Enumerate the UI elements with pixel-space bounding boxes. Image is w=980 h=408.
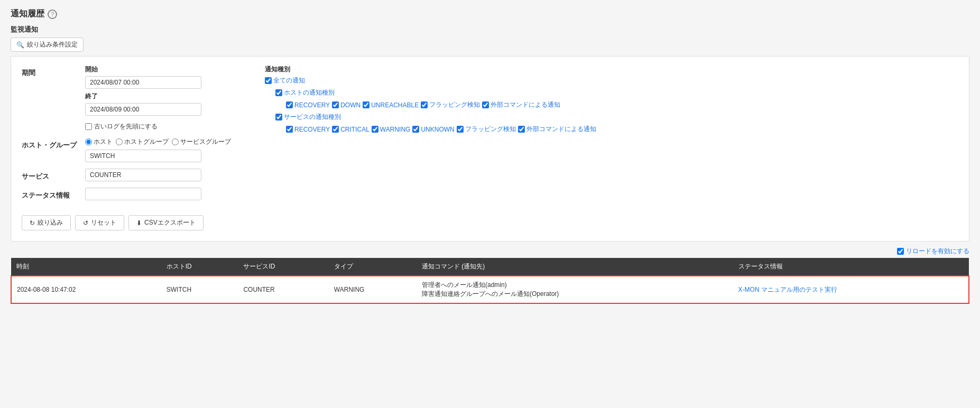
host-input[interactable] (85, 150, 201, 162)
export-icon: ⬇ (136, 219, 142, 227)
cell-status-info: X-MON マニュアル用のテスト実行 (733, 276, 969, 303)
action-row: ↻ 絞り込み ↺ リセット ⬇ CSVエクスポート (22, 215, 958, 230)
host-unreachable-checkbox-label[interactable]: UNREACHABLE (363, 101, 419, 109)
search-icon: 🔍 (16, 41, 24, 49)
host-recovery-checkbox-label[interactable]: RECOVERY (286, 101, 330, 109)
svc-flapping-checkbox[interactable] (457, 126, 464, 133)
all-notif-label: 全ての通知 (273, 76, 305, 85)
reset-btn-label: リセット (91, 218, 116, 227)
start-label: 開始 (85, 65, 244, 74)
notification-table: 時刻 ホストID サービスID タイプ 通知コマンド (通知先) ステータス情報… (11, 258, 969, 304)
reload-label[interactable]: リロードを有効にする (906, 247, 969, 256)
svc-warning-checkbox[interactable] (372, 126, 378, 133)
radio-service-group[interactable] (172, 138, 179, 145)
host-unreachable-checkbox[interactable] (363, 101, 369, 108)
radio-host-group-label[interactable]: ホストグループ (116, 137, 169, 146)
svc-recovery-checkbox[interactable] (286, 126, 293, 133)
start-date-input[interactable] (85, 76, 201, 89)
service-input[interactable] (85, 169, 201, 181)
cell-service-id: COUNTER (238, 276, 328, 303)
host-external-checkbox-label[interactable]: 外部コマンドによる通知 (482, 100, 560, 109)
host-down-checkbox-label[interactable]: DOWN (332, 101, 360, 109)
status-label: ステータス情報 (22, 188, 85, 200)
filter-toggle-button[interactable]: 🔍 絞り込み条件設定 (11, 38, 84, 52)
export-btn-label: CSVエクスポート (144, 218, 196, 227)
section-label: 監視通知 (11, 25, 969, 34)
host-notif-type-checkbox-label[interactable]: ホストの通知種別 (275, 88, 335, 97)
all-notif-checkbox[interactable] (265, 77, 272, 84)
svc-unknown-checkbox-label[interactable]: UNKNOWN (412, 126, 454, 133)
table-header-row: 時刻 ホストID サービスID タイプ 通知コマンド (通知先) ステータス情報 (11, 258, 969, 276)
host-group-label: ホスト・グループ (22, 137, 85, 150)
help-icon[interactable]: ? (48, 10, 57, 19)
svc-flapping-checkbox-label[interactable]: フラッピング検知 (457, 125, 516, 134)
status-info-link[interactable]: X-MON マニュアル用のテスト実行 (738, 286, 837, 293)
host-down-checkbox[interactable] (332, 101, 339, 108)
service-label: サービス (22, 169, 85, 181)
col-host-id: ホストID (161, 258, 238, 276)
end-date-input[interactable] (85, 103, 201, 116)
notif-type-label: 通知種別 (265, 65, 958, 74)
filter-icon: ↻ (30, 219, 35, 227)
svc-recovery-checkbox-label[interactable]: RECOVERY (286, 126, 330, 133)
notif-type-section: 通知種別 全ての通知 ホストの通知種別 (265, 65, 958, 207)
svc-warning-checkbox-label[interactable]: WARNING (372, 126, 411, 133)
old-log-checkbox[interactable] (85, 123, 92, 130)
col-time: 時刻 (11, 258, 161, 276)
cell-notif-command: 管理者へのメール通知(admin) 障害通知連絡グループへのメール通知(Oper… (417, 276, 733, 303)
reset-icon: ↺ (83, 219, 88, 227)
export-button[interactable]: ⬇ CSVエクスポート (128, 215, 204, 230)
radio-service-group-label[interactable]: サービスグループ (172, 137, 231, 146)
host-flapping-checkbox[interactable] (421, 101, 428, 108)
radio-host-label[interactable]: ホスト (85, 137, 113, 146)
reset-button[interactable]: ↺ リセット (75, 215, 124, 230)
svc-critical-checkbox-label[interactable]: CRITICAL (332, 126, 369, 133)
filter-panel: 期間 開始 終了 古いログを先頭にする (11, 56, 969, 242)
reload-checkbox[interactable] (897, 248, 904, 255)
col-service-id: サービスID (238, 258, 328, 276)
svc-unknown-checkbox[interactable] (412, 126, 419, 133)
host-notif-type-checkbox[interactable] (275, 89, 282, 96)
old-log-label[interactable]: 古いログを先頭にする (94, 122, 158, 131)
svc-critical-checkbox[interactable] (332, 126, 339, 133)
host-notif-type-label: ホストの通知種別 (284, 88, 335, 97)
service-notif-type-checkbox-label[interactable]: サービスの通知種別 (275, 113, 341, 122)
radio-host-group[interactable] (116, 138, 123, 145)
svc-external-checkbox-label[interactable]: 外部コマンドによる通知 (518, 125, 596, 134)
service-notif-type-label: サービスの通知種別 (284, 113, 341, 122)
col-notif-command: 通知コマンド (通知先) (417, 258, 733, 276)
status-input[interactable] (85, 188, 201, 200)
filter-button[interactable]: ↻ 絞り込み (22, 215, 71, 230)
end-label: 終了 (85, 92, 244, 101)
all-notif-checkbox-label[interactable]: 全ての通知 (265, 76, 305, 85)
table-wrapper: 時刻 ホストID サービスID タイプ 通知コマンド (通知先) ステータス情報… (11, 258, 969, 304)
radio-host[interactable] (85, 138, 92, 145)
reload-row: リロードを有効にする (11, 247, 969, 256)
page-title: 通知履歴 (11, 8, 44, 20)
host-flapping-checkbox-label[interactable]: フラッピング検知 (421, 100, 480, 109)
cell-host-id: SWITCH (161, 276, 238, 303)
service-notif-type-checkbox[interactable] (275, 114, 282, 120)
host-external-checkbox[interactable] (482, 101, 489, 108)
cell-time: 2024-08-08 10:47:02 (11, 276, 161, 303)
svc-external-checkbox[interactable] (518, 126, 525, 133)
period-label: 期間 (22, 65, 85, 78)
cell-type: WARNING (329, 276, 417, 303)
filter-toggle-label: 絞り込み条件設定 (27, 40, 78, 49)
filter-btn-label: 絞り込み (38, 218, 63, 227)
table-row: 2024-08-08 10:47:02 SWITCH COUNTER WARNI… (11, 276, 969, 303)
col-status-info: ステータス情報 (733, 258, 969, 276)
col-type: タイプ (329, 258, 417, 276)
host-recovery-checkbox[interactable] (286, 101, 293, 108)
